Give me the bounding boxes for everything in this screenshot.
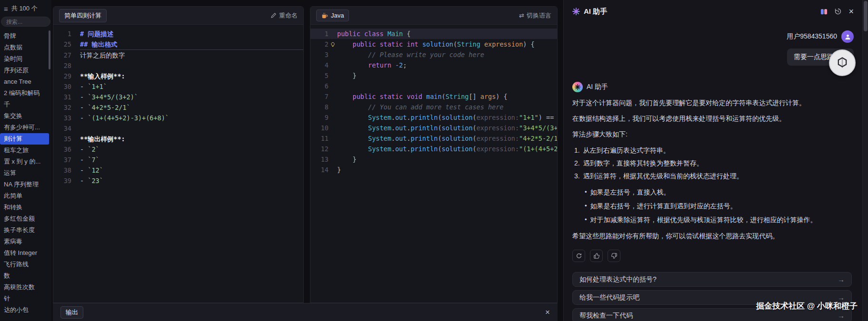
thumbs-up-button[interactable] <box>590 250 603 262</box>
line-text: System.out.println(solution(expression:"… <box>337 112 557 123</box>
regenerate-button[interactable] <box>572 250 585 262</box>
output-close-icon[interactable]: × <box>545 308 550 316</box>
code-line[interactable]: 7 public static void main(String[] args)… <box>310 91 557 102</box>
markdown-line[interactable]: 32- `4+2*5-2/1` <box>53 102 303 113</box>
sidebar-item[interactable]: 置 x 到 y 的... <box>0 156 51 167</box>
line-text: - `(1+(4+5+2)-3)+(6+8)` <box>80 113 303 123</box>
markdown-line[interactable]: 27计算之后的数字 <box>53 50 303 60</box>
code-line[interactable]: 8 // You can add more test cases here <box>310 102 557 112</box>
code-line[interactable]: 3 // Please write your code here <box>310 49 557 60</box>
sidebar-item[interactable]: 高获胜次数 <box>0 282 51 293</box>
ai-list-item: •如果是右括号，进行计算直到遇到对应的左括号。 <box>585 201 854 211</box>
sidebar-item[interactable]: 换子串长度 <box>0 224 51 236</box>
close-icon[interactable]: × <box>848 7 854 16</box>
ai-panel: AI 助手 × 用户9584351560 需要一点思路提示 AI 助手 对于这个… <box>563 0 862 321</box>
sidebar-item[interactable]: 租车之旅 <box>0 145 51 156</box>
rename-button[interactable]: 重命名 <box>270 11 298 20</box>
markdown-line[interactable]: 31- `3+4*5/(3+2)` <box>53 92 303 102</box>
ai-list-item: 3.遇到运算符，根据其优先级和当前的栈状态进行处理。 <box>574 171 854 181</box>
line-margin <box>71 102 80 113</box>
problem-title: 简单四则计算 <box>64 11 101 20</box>
code-line[interactable]: 5 } <box>310 70 557 81</box>
sidebar-item[interactable]: 点数据 <box>0 42 51 53</box>
sidebar-item[interactable]: 多红包金额 <box>0 213 51 224</box>
markdown-line[interactable]: 37- `7` <box>53 155 303 165</box>
sidebar-item[interactable]: 有多少种可... <box>0 122 51 133</box>
sidebar-item[interactable]: 则计算 <box>0 133 49 145</box>
sidebar-item[interactable]: 飞行路线 <box>0 259 51 270</box>
problem-list: 骨牌点数据染时间序列还原ance Tree2 编码和解码千集交换有多少种可...… <box>0 30 51 316</box>
search-input[interactable] <box>1 17 50 27</box>
markdown-line[interactable]: 36- `2` <box>53 144 303 155</box>
code-line[interactable]: 2 public static int solution(String expr… <box>310 39 557 49</box>
code-line[interactable]: 10 System.out.println(solution(expressio… <box>310 123 557 133</box>
ai-ul-list: •如果是左括号，直接入栈。•如果是右括号，进行计算直到遇到对应的左括号。•对于加… <box>585 187 854 225</box>
problem-title-badge[interactable]: 简单四则计算 <box>59 9 107 22</box>
sidebar-item[interactable]: 达的小包 <box>0 304 51 316</box>
sidebar-item[interactable]: 2 编码和解码 <box>0 88 51 99</box>
sidebar-scrollbar[interactable] <box>49 30 50 69</box>
sidebar-item[interactable]: 骨牌 <box>0 30 51 42</box>
sidebar-item[interactable]: 此简单 <box>0 190 51 202</box>
line-number: 25 <box>53 39 71 50</box>
page-scrollbar[interactable] <box>862 0 868 321</box>
code-line[interactable]: 1public class Main { <box>310 29 557 39</box>
sidebar-item[interactable]: 值转 Integer <box>0 247 51 259</box>
code-line[interactable]: 13 } <box>310 154 557 165</box>
sidebar-item[interactable]: NA 序列整理 <box>0 179 51 190</box>
sidebar-item[interactable]: 针 <box>0 293 51 304</box>
palette-icon[interactable] <box>820 8 828 15</box>
code-line[interactable]: 4 return -2; <box>310 60 557 70</box>
suggestion-chip[interactable]: 如何处理表达式中的括号?→ <box>572 272 852 287</box>
ai-assistant-name: AI 助手 <box>587 83 608 91</box>
code-line[interactable]: 12 System.out.println(solution(expressio… <box>310 144 557 154</box>
line-number: 11 <box>310 133 329 144</box>
markdown-line[interactable]: 33- `(1+(4+5+2)-3)+(6+8)` <box>53 113 303 123</box>
switch-language-button[interactable]: ⇄ 切换语言 <box>519 11 551 20</box>
line-text: - `23` <box>80 175 303 186</box>
markdown-line[interactable]: 25## 输出格式 <box>53 39 303 50</box>
code-line[interactable]: 6 <box>310 81 557 91</box>
username: 用户9584351560 <box>787 32 837 41</box>
code-line[interactable]: 9 System.out.println(solution(expression… <box>310 112 557 123</box>
code-line[interactable]: 11 System.out.println(solution(expressio… <box>310 133 557 144</box>
menu-icon[interactable]: ≡ <box>4 5 8 13</box>
sidebar-item[interactable]: 千 <box>0 99 51 110</box>
ai-paragraph: 希望这些思路能对你有所帮助，你可以尝试根据这个思路去实现代码。 <box>572 231 854 241</box>
line-margin <box>71 155 80 165</box>
markdown-line[interactable]: 30- `1+1` <box>53 81 303 92</box>
line-margin <box>71 71 80 81</box>
code-line[interactable]: 14} <box>310 165 557 175</box>
sidebar-item[interactable]: 序列还原 <box>0 65 51 76</box>
language-selector[interactable]: Java <box>316 10 349 21</box>
user-avatar[interactable] <box>841 30 854 43</box>
hint-bulb-icon <box>329 39 337 49</box>
markdown-line[interactable]: 28 <box>53 60 303 71</box>
sidebar-item[interactable]: 集交换 <box>0 110 51 122</box>
markdown-line[interactable]: 38- `12` <box>53 165 303 175</box>
refresh-icon <box>576 253 582 259</box>
thumbs-down-button[interactable] <box>608 250 620 262</box>
community-logo-badge <box>829 49 856 76</box>
sidebar-item[interactable]: 染时间 <box>0 53 51 65</box>
sidebar-item[interactable]: 和转换 <box>0 202 51 213</box>
markdown-line[interactable]: 35**输出样例**: <box>53 134 303 144</box>
line-margin <box>329 144 337 154</box>
java-cup-icon <box>321 12 328 19</box>
page-scrollbar-thumb[interactable] <box>864 1 868 31</box>
markdown-line[interactable]: 1# 问题描述 <box>53 29 303 39</box>
markdown-line[interactable]: 34 <box>53 123 303 134</box>
line-margin <box>329 133 337 144</box>
sidebar-item[interactable]: ance Tree <box>0 76 51 88</box>
output-tab[interactable]: 输出 <box>60 306 83 319</box>
line-text: } <box>337 165 557 175</box>
sidebar-item[interactable]: 运算 <box>0 167 51 179</box>
thumbs-down-icon <box>611 253 618 259</box>
sidebar-item[interactable]: 素病毒 <box>0 236 51 247</box>
markdown-line[interactable]: 29**输入样例**: <box>53 71 303 81</box>
line-number: 14 <box>310 165 329 175</box>
history-icon[interactable] <box>834 8 842 15</box>
markdown-line[interactable]: 39- `23` <box>53 175 303 186</box>
swap-arrows-icon: ⇄ <box>519 12 524 19</box>
sidebar-item[interactable]: 数 <box>0 270 51 282</box>
